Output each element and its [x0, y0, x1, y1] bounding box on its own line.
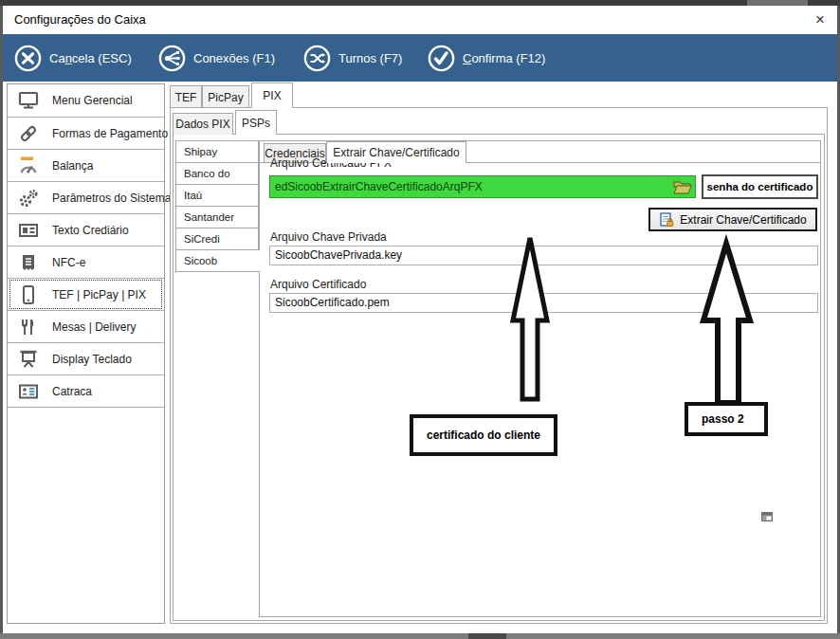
sidebar-item-display-teclado[interactable]: Display Teclado [8, 342, 164, 375]
sidebar-item-label: Texto Crediário [52, 224, 129, 237]
sidebar-item-catraca[interactable]: Catraca [8, 374, 164, 408]
id-card-icon [16, 219, 41, 242]
sidebar-item-menu-gerencial[interactable]: Menu Gerencial [8, 84, 164, 118]
sidebar-item-label: NFC-e [52, 256, 85, 269]
shifts-label: Turnos (F7) [338, 51, 402, 65]
sidebar-item-nfce[interactable]: NFC-e [8, 246, 164, 279]
sidebar-item-formas-de-pagamento[interactable]: Formas de Pagamento [8, 117, 164, 150]
receipt-icon [16, 251, 41, 274]
link-icon [16, 122, 41, 145]
sidebar-item-mesas-delivery[interactable]: Mesas | Delivery [8, 310, 164, 343]
psp-item-santander[interactable]: Santander [175, 206, 259, 228]
sidebar-item-texto-crediario[interactable]: Texto Crediário [8, 213, 164, 246]
annotation-certificado-do-cliente: certificado do cliente [410, 414, 557, 456]
tab-extrair-chave-certificado[interactable]: Extrair Chave/Certificado [326, 141, 466, 163]
certificate-input[interactable]: SicoobCertificado.pem [269, 293, 818, 313]
sidebar-item-tef-picpay-pix[interactable]: TEF | PicPay | PIX [8, 278, 164, 311]
private-key-input[interactable]: SicoobChavePrivada.key [269, 246, 818, 265]
window-frame-bottom-notch [468, 633, 506, 639]
checkmark-icon [428, 45, 455, 72]
confirm-label: Confirma (F12) [463, 51, 545, 65]
shuffle-icon [303, 45, 331, 72]
shifts-button[interactable]: Turnos (F7) [303, 44, 402, 72]
sidebar-item-label: TEF | PicPay | PIX [52, 288, 146, 301]
cancel-icon [14, 45, 42, 72]
sicoob-panel: Credenciais Extrair Chave/Certificado Ar… [259, 140, 821, 617]
pfx-file-input[interactable]: edSicoobExtrairChaveCertificadoArqPFX [269, 175, 696, 198]
smartphone-icon [16, 283, 41, 306]
cancel-label: Cancela (ESC) [49, 51, 132, 65]
gauge-icon [16, 155, 41, 177]
sidebar-item-label: Parâmetros do Sistema [52, 192, 171, 205]
sidebar: Menu Gerencial Formas de Pagamento Balan… [7, 83, 165, 624]
browse-folder-button[interactable] [672, 177, 693, 196]
tab-psps[interactable]: PSPs [235, 110, 277, 135]
tab-dados-pix[interactable]: Dados PIX [173, 113, 233, 135]
psp-item-shipay[interactable]: Shipay [175, 140, 259, 163]
sidebar-item-label: Balança [52, 159, 93, 173]
psp-item-itau[interactable]: Itaú [175, 184, 259, 207]
tab-picpay[interactable]: PicPay [202, 85, 249, 108]
sidebar-item-label: Formas de Pagamento [52, 127, 168, 140]
senha-do-certificado-box[interactable]: senha do certificado [702, 174, 818, 199]
pfx-file-value: edSicoobExtrairChaveCertificadoArqPFX [270, 180, 672, 193]
cancel-button[interactable]: Cancela (ESC) [14, 44, 132, 72]
sidebar-item-label: Mesas | Delivery [52, 320, 136, 334]
sidebar-item-balanca[interactable]: Balança [8, 149, 164, 182]
main-toolbar: Cancela (ESC) Conexões (F1) Turnos (F7) … [3, 34, 837, 82]
tab-tef[interactable]: TEF [170, 85, 202, 108]
private-key-field-label: Arquivo Chave Privada [270, 230, 387, 244]
psp-item-sicoob[interactable]: Sicoob [175, 249, 260, 272]
open-folder-icon [673, 179, 692, 194]
monitor-icon [16, 89, 41, 112]
tab-pix[interactable]: PIX [251, 82, 293, 108]
gears-icon [16, 187, 41, 210]
extract-button-label: Extrair Chave/Certificado [680, 213, 806, 227]
sidebar-item-label: Menu Gerencial [52, 94, 133, 107]
connections-label: Conexões (F1) [193, 51, 275, 65]
small-window-icon [761, 512, 773, 521]
sidebar-item-label: Catraca [52, 385, 92, 398]
cutlery-icon [16, 316, 41, 338]
window-frame-left [0, 6, 3, 633]
psp-item-sicredi[interactable]: SiCredi [175, 228, 259, 250]
screen-icon [16, 348, 41, 371]
window-title: Configurações do Caixa [14, 6, 146, 34]
window-frame-bottom [0, 633, 840, 639]
sidebar-item-label: Display Teclado [52, 353, 132, 366]
annotation-passo-2: passo 2 [685, 402, 768, 436]
connections-button[interactable]: Conexões (F1) [158, 44, 275, 72]
badge-icon [16, 380, 41, 403]
close-button[interactable]: × [806, 6, 834, 34]
title-bar: Configurações do Caixa × [3, 6, 837, 34]
connections-icon [158, 45, 186, 72]
certificate-lock-icon [659, 212, 674, 228]
confirm-button[interactable]: Confirma (F12) [428, 44, 545, 72]
certificate-field-label: Arquivo Certificado [270, 278, 366, 291]
psp-item-banco-do-brasil[interactable]: Banco do Brasil [175, 162, 259, 185]
extract-key-certificate-button[interactable]: Extrair Chave/Certificado [648, 208, 817, 231]
sidebar-item-parametros-do-sistema[interactable]: Parâmetros do Sistema [8, 181, 164, 214]
